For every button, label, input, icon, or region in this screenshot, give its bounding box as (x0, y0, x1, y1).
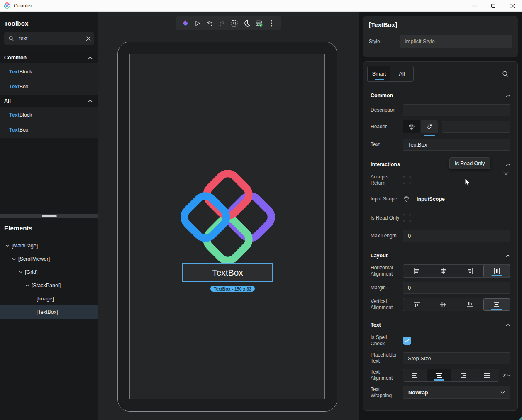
valign-bottom-button[interactable] (457, 298, 483, 311)
close-button[interactable] (503, 0, 522, 12)
header-input[interactable] (442, 121, 510, 133)
valign-center-button[interactable] (430, 298, 456, 311)
tree-item-grid[interactable]: [Grid] (0, 266, 98, 279)
tree-item-image[interactable]: [Image] (0, 292, 98, 305)
halign-stretch-button[interactable] (483, 265, 510, 277)
margin-input[interactable] (403, 282, 510, 294)
maximize-button[interactable] (484, 0, 503, 12)
chevron-up-icon[interactable] (506, 254, 510, 257)
play-icon[interactable] (193, 19, 202, 28)
section-common[interactable]: Common (367, 91, 514, 100)
header-literal-toggle[interactable] (421, 120, 438, 133)
search-properties-icon[interactable] (502, 71, 509, 77)
properties-card: Smart All Common De (363, 61, 518, 411)
toolbox-item-textblock[interactable]: TextBlock (0, 107, 98, 122)
mouse-cursor (465, 178, 471, 187)
selected-element-title: [TextBox] (369, 21, 512, 28)
inspect-zoom-icon[interactable] (230, 19, 239, 28)
chevron-down-icon[interactable] (4, 244, 10, 247)
input-scope-label: Input Scope (371, 196, 403, 202)
horizontal-alignment-group (403, 264, 510, 278)
dark-mode-moon-icon[interactable] (242, 19, 251, 28)
chevron-up-icon (88, 56, 93, 59)
hot-reload-flame-icon[interactable] (181, 19, 190, 28)
chevron-down-icon[interactable] (17, 271, 23, 273)
selected-indicator (491, 275, 502, 276)
titlebar: Counter (0, 0, 522, 12)
text-input[interactable] (403, 139, 510, 151)
chevron-up-icon[interactable] (506, 163, 510, 166)
tree-item-scrollviewer[interactable]: [ScrollViewer] (0, 252, 98, 266)
tree-item-mainpage[interactable]: [MainPage] (0, 239, 98, 252)
toolbox-item-textbox[interactable]: TextBox (0, 79, 98, 94)
minimize-button[interactable] (465, 0, 484, 12)
chevron-down-icon[interactable] (11, 258, 17, 260)
search-icon (8, 36, 14, 42)
selected-textbox-element[interactable]: TextBox (182, 263, 273, 282)
text-alignment-group (403, 369, 499, 382)
toolbox-item-textbox[interactable]: TextBox (0, 122, 98, 137)
app-logo-icon (4, 2, 10, 9)
accepts-return-checkbox[interactable] (403, 176, 411, 184)
device-screen[interactable]: TextBox TextBox - 150 x 33 (129, 54, 325, 399)
is-spell-check-checkbox[interactable] (403, 337, 411, 345)
text-align-center-button[interactable] (427, 369, 451, 381)
panel-splitter[interactable] (0, 214, 98, 218)
tab-all[interactable]: All (390, 66, 413, 81)
x-binding-icon[interactable]: x (503, 371, 510, 379)
size-badge: TextBox - 150 x 33 (210, 286, 255, 292)
toolbox-item-textblock[interactable]: TextBlock (0, 64, 98, 79)
chevron-up-icon[interactable] (506, 94, 510, 97)
server-status-icon[interactable] (254, 19, 263, 28)
properties-panel: [TextBox] Style Implicit Style Smart All (359, 12, 522, 420)
tree-item-stackpanel[interactable]: [StackPanel] (0, 279, 98, 292)
toolbox-section-common[interactable]: Common (0, 52, 98, 63)
app-window: Counter Toolbox (0, 0, 522, 420)
text-align-right-button[interactable] (451, 369, 475, 381)
toolbox-heading: Toolbox (4, 20, 94, 27)
toolbox-search[interactable] (4, 32, 94, 45)
clear-search-icon[interactable] (86, 36, 91, 41)
tree-item-textbox-selected[interactable]: [TextBox] (0, 305, 98, 319)
is-read-only-label: Is Read Only (371, 215, 403, 221)
more-options-icon[interactable] (267, 19, 276, 28)
accepts-return-label: Accepts Return (371, 174, 403, 186)
chevron-up-icon[interactable] (506, 324, 510, 327)
section-layout[interactable]: Layout (367, 251, 514, 260)
toolbox-section-all[interactable]: All (0, 95, 98, 107)
redo-icon[interactable] (217, 19, 227, 28)
header-binding-toggle[interactable] (403, 120, 420, 133)
description-label: Description (371, 107, 403, 113)
valign-top-button[interactable] (403, 298, 430, 311)
text-wrapping-dropdown[interactable]: NoWrap (403, 386, 510, 399)
chevron-down-icon[interactable] (503, 172, 509, 175)
valign-stretch-button[interactable] (483, 298, 510, 311)
design-canvas[interactable]: TextBox TextBox - 150 x 33 (98, 12, 359, 420)
chevron-down-icon (500, 391, 505, 394)
tag-icon (426, 123, 433, 131)
is-read-only-checkbox[interactable] (403, 214, 411, 222)
placeholder-text-input[interactable] (403, 352, 510, 364)
active-tab-indicator (375, 79, 384, 80)
section-interactions[interactable]: Interactions (367, 160, 514, 169)
description-input[interactable] (403, 104, 510, 116)
halign-right-button[interactable] (457, 265, 483, 277)
halign-left-button[interactable] (403, 265, 430, 277)
text-label: Text (371, 142, 403, 148)
gem-binding-icon[interactable] (403, 195, 410, 203)
input-scope-value[interactable]: InputScope (417, 196, 445, 202)
undo-icon[interactable] (205, 19, 214, 28)
text-align-left-button[interactable] (403, 369, 427, 381)
property-tabs: Smart All (367, 66, 414, 82)
tab-smart[interactable]: Smart (368, 66, 390, 81)
window-resize-grip[interactable] (518, 416, 522, 420)
vertical-alignment-label: Vertical Alignment (371, 298, 403, 311)
max-length-input[interactable] (403, 230, 510, 242)
chevron-down-icon[interactable] (24, 284, 30, 287)
halign-center-button[interactable] (430, 265, 456, 277)
style-input[interactable]: Implicit Style (400, 35, 512, 48)
section-text[interactable]: Text (367, 320, 514, 330)
text-align-justify-button[interactable] (475, 369, 498, 381)
toolbox-search-input[interactable] (19, 36, 86, 42)
device-frame: TextBox TextBox - 150 x 33 (117, 42, 337, 412)
